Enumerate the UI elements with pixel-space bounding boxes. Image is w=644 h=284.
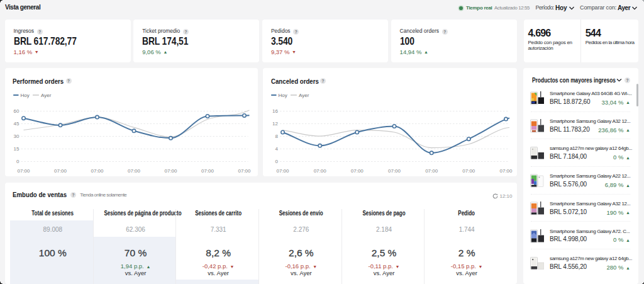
svg-text:07:00: 07:00 xyxy=(238,168,251,174)
svg-text:Ayer: Ayer xyxy=(41,93,52,98)
svg-text:07:00: 07:00 xyxy=(425,168,438,174)
svg-text:15: 15 xyxy=(13,146,19,152)
svg-text:07:00: 07:00 xyxy=(314,168,327,174)
svg-text:0: 0 xyxy=(275,159,279,164)
svg-text:07:00: 07:00 xyxy=(462,168,475,174)
svg-text:60: 60 xyxy=(13,108,19,114)
svg-text:45: 45 xyxy=(13,121,19,127)
svg-text:07:00: 07:00 xyxy=(499,168,513,174)
svg-text:07:00: 07:00 xyxy=(201,168,214,174)
svg-text:07:00: 07:00 xyxy=(53,168,67,174)
svg-text:07:00: 07:00 xyxy=(17,168,30,174)
svg-text:16: 16 xyxy=(272,108,278,114)
svg-text:Ayer: Ayer xyxy=(299,93,309,98)
svg-text:Hoy: Hoy xyxy=(279,93,287,98)
svg-text:07:00: 07:00 xyxy=(276,168,289,174)
svg-text:07:00: 07:00 xyxy=(388,168,401,174)
svg-text:Hoy: Hoy xyxy=(20,93,29,98)
svg-text:0: 0 xyxy=(16,159,19,164)
svg-text:07:00: 07:00 xyxy=(91,168,104,174)
svg-text:07:00: 07:00 xyxy=(164,168,177,174)
svg-text:07:00: 07:00 xyxy=(127,168,140,174)
svg-text:4: 4 xyxy=(275,146,279,152)
svg-text:30: 30 xyxy=(13,133,19,139)
svg-text:12: 12 xyxy=(272,121,278,127)
svg-text:07:00: 07:00 xyxy=(351,168,364,174)
svg-text:8: 8 xyxy=(275,133,279,139)
